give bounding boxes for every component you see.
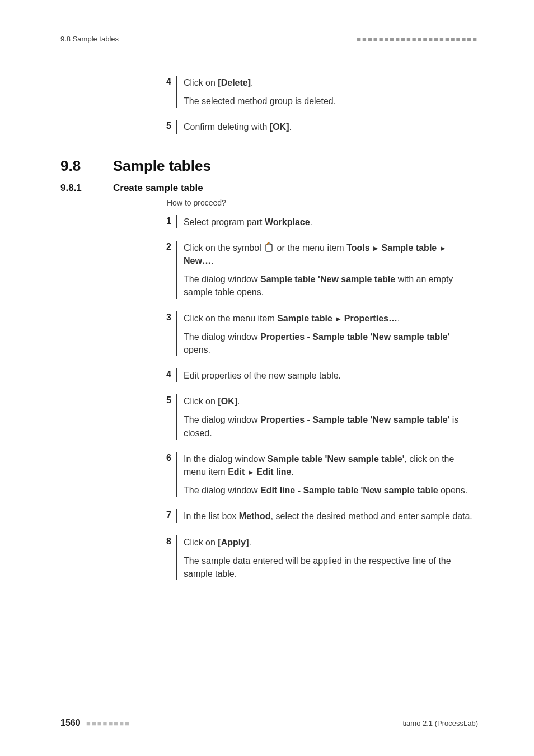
- bold-text: Sample table 'New sample table: [260, 274, 395, 284]
- text: Click on the menu item: [184, 314, 277, 323]
- step-number: 6: [166, 452, 177, 497]
- step-result: The dialog window Properties - Sample ta…: [184, 330, 478, 356]
- bold-text: New…: [184, 256, 211, 265]
- step-number: 2: [166, 241, 177, 299]
- step: 8Click on [Apply].The sample data entere…: [60, 535, 478, 581]
- step-instruction: In the list box Method, select the desir…: [184, 510, 478, 522]
- text: opens.: [438, 486, 467, 495]
- text: Click on: [184, 78, 218, 87]
- footer-product-label: tiamo 2.1 (ProcessLab): [403, 719, 478, 727]
- how-to-proceed-label: How to proceed?: [167, 198, 478, 207]
- bold-text: Sample table: [277, 314, 332, 323]
- step-number: 5: [166, 394, 177, 440]
- header-ornament: ■■■■■■■■■■■■■■■■■■■■■■: [357, 35, 478, 43]
- bold-text: Edit line - Sample table 'New sample tab…: [260, 486, 438, 495]
- intro-steps-container: 4Click on [Delete].The selected method g…: [60, 76, 478, 134]
- step-number-gutter: 8: [60, 535, 184, 581]
- step-result: The dialog window Sample table 'New samp…: [184, 273, 478, 298]
- step-instruction: Confirm deleting with [OK].: [184, 120, 478, 133]
- step-body: In the list box Method, select the desir…: [184, 509, 478, 522]
- text: Confirm deleting with: [184, 122, 270, 132]
- section-title: Sample tables: [113, 157, 211, 175]
- step: 4Click on [Delete].The selected method g…: [60, 76, 478, 108]
- text: or the menu item: [274, 243, 346, 253]
- bold-text: Properties - Sample table 'New sample ta…: [260, 332, 449, 342]
- footer-page-number: 1560 ■■■■■■■■: [60, 718, 130, 728]
- step-body: Click on the menu item Sample table ▶ Pr…: [184, 311, 478, 357]
- step-instruction: Click on [OK].: [184, 395, 478, 408]
- step-number: 4: [166, 76, 177, 108]
- bold-text: Edit: [228, 467, 245, 477]
- text: .: [289, 122, 292, 132]
- step-number-gutter: 1: [60, 215, 184, 228]
- text: The dialog window: [184, 332, 260, 342]
- bold-text: Properties…: [344, 314, 397, 323]
- subsection-title: Create sample table: [113, 183, 203, 194]
- text: Select program part: [184, 217, 265, 227]
- section-heading: 9.8 Sample tables: [60, 157, 478, 175]
- step: 1Select program part Workplace.: [60, 215, 478, 228]
- step-body: Confirm deleting with [OK].: [184, 120, 478, 133]
- text: opens.: [184, 345, 210, 354]
- bold-text: [OK]: [270, 122, 289, 132]
- step-instruction: Click on the symbol or the menu item Too…: [184, 241, 478, 267]
- text: Click on: [184, 396, 218, 406]
- text: .: [249, 538, 251, 547]
- bold-text: Properties - Sample table 'New sample ta…: [260, 415, 449, 424]
- bold-text: [OK]: [218, 396, 237, 406]
- footer-ornament: ■■■■■■■■: [86, 719, 130, 727]
- text: In the list box: [184, 511, 239, 521]
- bold-text: Sample table 'New sample table': [267, 454, 404, 464]
- step: 4Edit properties of the new sample table…: [60, 368, 478, 382]
- text: .: [251, 78, 253, 87]
- step-result: The dialog window Properties - Sample ta…: [184, 413, 478, 439]
- menu-path-arrow-icon: ▶: [249, 469, 253, 475]
- subsection-heading: 9.8.1 Create sample table: [60, 183, 478, 194]
- step-instruction: Select program part Workplace.: [184, 216, 478, 228]
- step-number-gutter: 5: [60, 120, 184, 133]
- step-instruction: In the dialog window Sample table 'New s…: [184, 452, 478, 478]
- page-header: 9.8 Sample tables ■■■■■■■■■■■■■■■■■■■■■■: [60, 35, 478, 43]
- text: Click on: [184, 538, 218, 547]
- step-result: The dialog window Edit line - Sample tab…: [184, 484, 478, 497]
- step-instruction: Click on [Apply].: [184, 536, 478, 549]
- step-number: 7: [166, 509, 177, 522]
- bold-text: Sample table: [382, 243, 437, 253]
- main-steps-container: 1Select program part Workplace.2Click on…: [60, 215, 478, 581]
- text: , select the desired method and enter sa…: [271, 511, 472, 521]
- bold-text: Tools: [346, 243, 369, 253]
- step-number-gutter: 4: [60, 368, 184, 382]
- step: 3Click on the menu item Sample table ▶ P…: [60, 311, 478, 357]
- sample-table-icon: [265, 242, 273, 253]
- text: The dialog window: [184, 415, 260, 424]
- step-body: Click on [Delete].The selected method gr…: [184, 76, 478, 108]
- menu-path-arrow-icon: ▶: [373, 245, 378, 251]
- step-number-gutter: 6: [60, 452, 184, 497]
- bold-text: Edit line: [256, 467, 291, 477]
- step-number: 5: [166, 120, 177, 133]
- step-number-gutter: 2: [60, 241, 184, 299]
- step-instruction: Edit properties of the new sample table.: [184, 369, 478, 382]
- step: 2Click on the symbol or the menu item To…: [60, 241, 478, 299]
- step-number: 8: [166, 535, 177, 581]
- step-number-gutter: 4: [60, 76, 184, 108]
- menu-path-arrow-icon: ▶: [336, 315, 340, 322]
- text: .: [310, 217, 312, 227]
- step-body: Click on [Apply].The sample data entered…: [184, 535, 478, 581]
- page-footer: 1560 ■■■■■■■■ tiamo 2.1 (ProcessLab): [60, 718, 478, 728]
- step-body: Click on [OK].The dialog window Properti…: [184, 394, 478, 440]
- step: 5Confirm deleting with [OK].: [60, 120, 478, 133]
- text: .: [292, 467, 294, 477]
- bold-text: [Delete]: [218, 78, 251, 87]
- step: 7In the list box Method, select the desi…: [60, 509, 478, 522]
- step-result: The sample data entered will be applied …: [184, 554, 478, 580]
- text: The dialog window: [184, 486, 260, 495]
- step-number-gutter: 3: [60, 311, 184, 357]
- text: .: [397, 314, 400, 323]
- step: 5Click on [OK].The dialog window Propert…: [60, 394, 478, 440]
- page-number: 1560: [60, 718, 81, 727]
- text: Edit properties of the new sample table.: [184, 371, 341, 380]
- step-number: 3: [166, 311, 177, 357]
- step-instruction: Click on the menu item Sample table ▶ Pr…: [184, 312, 478, 325]
- svg-rect-0: [266, 244, 272, 251]
